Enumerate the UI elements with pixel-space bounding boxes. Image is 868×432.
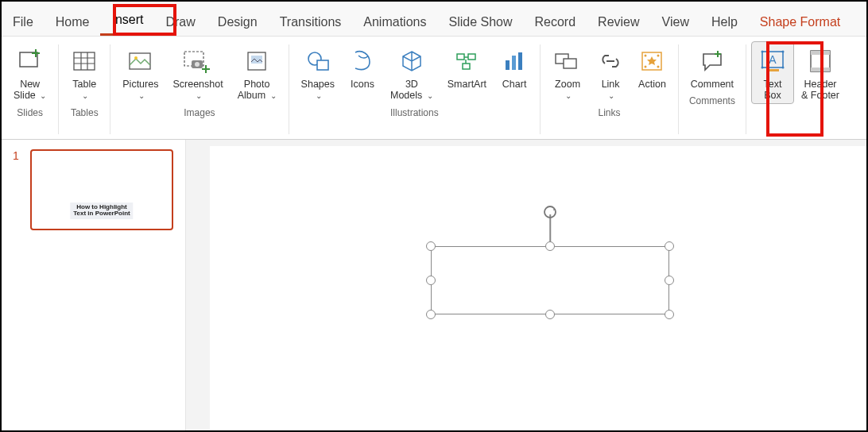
smartart-label: SmartArt [448, 79, 486, 90]
resize-handle-e[interactable] [665, 276, 674, 285]
svg-rect-32 [811, 51, 830, 55]
svg-rect-18 [564, 59, 576, 68]
svg-point-27 [761, 67, 764, 69]
link-button[interactable]: Link⌄ [590, 41, 631, 104]
resize-handle-se[interactable] [665, 310, 674, 319]
menu-shape-format[interactable]: Shape Format [749, 9, 851, 36]
pictures-icon [127, 45, 154, 77]
pictures-label: Pictures⌄ [122, 79, 158, 102]
text-box-button[interactable]: A Text Box [751, 41, 794, 104]
group-text [797, 107, 800, 122]
slide-number: 1 [13, 149, 19, 162]
photo-album-icon [243, 45, 270, 77]
text-box-icon: A [758, 45, 787, 77]
svg-point-6 [195, 62, 200, 67]
svg-point-25 [761, 51, 764, 53]
new-slide-label: New Slide ⌄ [14, 79, 46, 102]
menu-record[interactable]: Record [524, 9, 587, 36]
3d-models-button[interactable]: 3D Models ⌄ [383, 41, 440, 104]
header-footer-button[interactable]: Header & Footer [794, 41, 847, 104]
resize-handle-nw[interactable] [426, 241, 436, 251]
comment-label: Comment [691, 79, 734, 90]
svg-rect-30 [766, 69, 779, 71]
menu-view[interactable]: View [651, 9, 700, 36]
svg-text:A: A [769, 53, 777, 66]
photo-album-button[interactable]: Photo Album ⌄ [231, 41, 284, 104]
svg-rect-12 [468, 54, 475, 60]
link-icon [597, 45, 624, 77]
menu-review[interactable]: Review [587, 9, 650, 36]
smartart-button[interactable]: SmartArt [440, 41, 494, 92]
shape-border [431, 246, 669, 314]
pictures-button[interactable]: Pictures⌄ [115, 41, 165, 104]
resize-handle-ne[interactable] [665, 241, 674, 251]
zoom-label: Zoom⌄ [555, 79, 580, 102]
menu-slideshow[interactable]: Slide Show [437, 9, 523, 36]
table-button[interactable]: Table⌄ [64, 41, 105, 104]
header-footer-icon [808, 45, 833, 77]
menu-help[interactable]: Help [700, 9, 749, 36]
menu-home[interactable]: Home [45, 9, 101, 36]
icons-icon [349, 45, 376, 77]
svg-rect-33 [811, 68, 830, 71]
comment-icon [699, 45, 726, 77]
new-slide-button[interactable]: New Slide ⌄ [6, 41, 53, 104]
svg-rect-16 [518, 52, 522, 70]
svg-rect-15 [512, 56, 516, 70]
menu-transitions[interactable]: Transitions [269, 9, 353, 36]
svg-rect-0 [20, 52, 37, 67]
resize-handle-s[interactable] [545, 310, 555, 319]
smartart-icon [453, 45, 480, 77]
svg-point-28 [782, 67, 785, 69]
zoom-button[interactable]: Zoom⌄ [545, 41, 590, 104]
menu-draw[interactable]: Draw [154, 9, 206, 36]
action-label: Action [638, 79, 666, 90]
icons-label: Icons [351, 79, 374, 90]
svg-rect-8 [251, 56, 262, 64]
group-slides: Slides [17, 107, 43, 122]
3d-models-label: 3D Models ⌄ [390, 79, 433, 102]
resize-handle-w[interactable] [426, 276, 436, 285]
screenshot-icon [182, 45, 214, 77]
group-comments: Comments [689, 95, 735, 110]
svg-rect-2 [130, 53, 150, 69]
screenshot-label: Screenshot⌄ [172, 79, 223, 102]
table-label: Table⌄ [72, 79, 96, 102]
svg-point-23 [657, 66, 660, 68]
svg-point-34 [544, 206, 556, 218]
menu-animations[interactable]: Animations [352, 9, 437, 36]
icons-button[interactable]: Icons [342, 41, 383, 92]
chart-button[interactable]: Chart [494, 41, 535, 92]
svg-point-21 [657, 55, 660, 57]
screenshot-button[interactable]: Screenshot⌄ [165, 41, 230, 104]
selected-text-box[interactable] [431, 246, 669, 314]
rotation-handle[interactable] [543, 205, 557, 219]
svg-point-20 [645, 55, 647, 57]
action-button[interactable]: Action [631, 41, 673, 92]
photo-album-label: Photo Album ⌄ [238, 79, 277, 102]
comment-button[interactable]: Comment [684, 41, 741, 92]
shapes-button[interactable]: Shapes⌄ [294, 41, 342, 104]
chart-icon [501, 45, 528, 77]
group-illustrations: Illustrations [390, 107, 439, 122]
svg-rect-1 [74, 52, 95, 70]
action-star-icon [638, 45, 665, 77]
svg-rect-14 [506, 60, 510, 70]
cube-icon [398, 45, 425, 77]
text-box-label: Text Box [764, 79, 782, 102]
menu-file[interactable]: File [2, 9, 45, 36]
svg-point-3 [134, 56, 138, 60]
slide-canvas[interactable] [210, 146, 866, 430]
menu-design[interactable]: Design [207, 9, 269, 36]
svg-rect-13 [463, 64, 470, 69]
shapes-icon [304, 45, 331, 77]
ribbon-insert: New Slide ⌄ Slides Table⌄ Tables Picture… [2, 37, 866, 140]
resize-handle-sw[interactable] [426, 310, 436, 319]
resize-handle-n[interactable] [545, 241, 555, 251]
group-images: Images [184, 107, 215, 122]
zoom-icon [552, 45, 583, 77]
shapes-label: Shapes⌄ [301, 79, 335, 102]
menu-insert[interactable]: Insert [100, 6, 154, 36]
slide-thumbnail-1[interactable]: How to Highlight Text in PowerPoint [30, 149, 173, 230]
table-icon [71, 45, 98, 77]
